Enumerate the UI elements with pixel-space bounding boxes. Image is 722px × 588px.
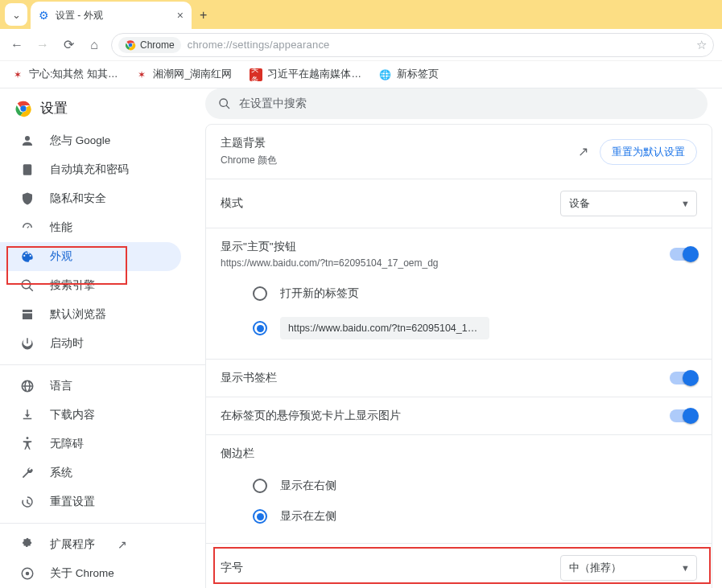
- close-icon[interactable]: ×: [177, 9, 184, 22]
- bookmark-favicon: 头条: [250, 68, 262, 81]
- row-theme[interactable]: 主题背景 Chrome 颜色 ↗ 重置为默认设置: [206, 125, 712, 179]
- home-radio-newtab[interactable]: 打开新的标签页: [253, 278, 697, 309]
- radio-unchecked-icon: [253, 479, 267, 493]
- bookmark-item[interactable]: 头条 习近平在越南媒体…: [250, 68, 361, 81]
- sidebar-item-autofill[interactable]: 自动填充和密码: [0, 155, 181, 184]
- bookmark-item[interactable]: ✶ 宁心:知其然 知其…: [11, 68, 118, 81]
- power-icon: [19, 336, 35, 351]
- site-chip: Chrome: [118, 37, 181, 53]
- chrome-outline-icon: [19, 566, 35, 581]
- bookmark-favicon: ✶: [135, 68, 148, 81]
- bookmark-star-icon[interactable]: ☆: [696, 38, 707, 52]
- sidebar-item-languages[interactable]: 语言: [0, 372, 181, 401]
- home-radio-newtab-label: 打开新的标签页: [280, 286, 359, 301]
- sidebar-item-reset[interactable]: 重置设置: [0, 487, 181, 516]
- site-chip-label: Chrome: [140, 39, 175, 51]
- home-button-options: 打开新的标签页 https://www.baidu.com/?tn=620951…: [206, 273, 712, 359]
- sidebar-item-label: 隐私和安全: [50, 191, 106, 206]
- row-mode: 模式 设备 ▼: [206, 179, 712, 228]
- sidebar-item-label: 无障碍: [50, 437, 84, 451]
- speedometer-icon: [19, 220, 35, 235]
- sidebar-item-label: 语言: [50, 379, 72, 393]
- browser-icon: [19, 307, 35, 322]
- sidepanel-left-label: 显示在左侧: [280, 509, 336, 524]
- sidebar-item-label: 自动填充和密码: [50, 162, 129, 177]
- row-sidepanel: 侧边栏: [206, 434, 712, 466]
- person-icon: [19, 134, 35, 148]
- sidebar-item-label: 搜索引擎: [50, 278, 95, 293]
- bookmark-item[interactable]: 🌐 新标签页: [379, 68, 439, 81]
- mode-dropdown[interactable]: 设备 ▼: [560, 191, 697, 216]
- settings-search[interactable]: 在设置中搜索: [205, 88, 708, 119]
- back-button[interactable]: ←: [8, 38, 26, 52]
- sidebar-item-label: 重置设置: [50, 495, 95, 509]
- new-tab-button[interactable]: +: [200, 8, 207, 23]
- chevron-down-icon: ▼: [681, 199, 690, 208]
- browser-toolbar: ← → ⟳ ⌂ Chrome chrome://settings/appeara…: [0, 29, 722, 61]
- extension-icon: [19, 537, 35, 552]
- svg-point-0: [129, 43, 133, 47]
- sidebar-item-label: 外观: [50, 249, 72, 264]
- sidebar-item-search-engine[interactable]: 搜索引擎: [0, 271, 181, 300]
- bookmark-label: 宁心:知其然 知其…: [29, 68, 118, 81]
- bookmark-bar-toggle[interactable]: [670, 372, 697, 384]
- clipboard-icon: [19, 162, 35, 177]
- open-in-new-icon[interactable]: ↗: [578, 144, 588, 159]
- sidebar-item-accessibility[interactable]: 无障碍: [0, 430, 181, 458]
- browser-tab[interactable]: ⚙ 设置 - 外观 ×: [31, 2, 192, 29]
- tab-title: 设置 - 外观: [56, 9, 103, 23]
- search-icon: [218, 97, 231, 110]
- sidebar-item-default-browser[interactable]: 默认浏览器: [0, 300, 181, 329]
- sidebar-item-label: 启动时: [50, 336, 84, 351]
- sidepanel-options: 显示在右侧 显示在左侧: [206, 466, 712, 543]
- sidebar-item-on-startup[interactable]: 启动时: [0, 329, 181, 358]
- mode-value: 设备: [569, 196, 590, 211]
- reset-theme-button[interactable]: 重置为默认设置: [600, 139, 697, 165]
- wrench-icon: [19, 466, 35, 480]
- search-icon: [19, 278, 35, 293]
- sidebar-item-system[interactable]: 系统: [0, 458, 181, 487]
- settings-content: 在设置中搜索 主题背景 Chrome 颜色 ↗ 重置为默认设置 模式 设备: [205, 88, 722, 588]
- fontsize-dropdown[interactable]: 中（推荐） ▼: [560, 555, 697, 581]
- sidebar-item-downloads[interactable]: 下载内容: [0, 401, 181, 430]
- open-in-new-icon: ↗: [118, 538, 127, 551]
- home-radio-custom-url[interactable]: https://www.baidu.com/?tn=62095104_17_oe…: [253, 309, 697, 347]
- bookmarks-bar: ✶ 宁心:知其然 知其… ✶ 湘潮网_湖南红网 头条 习近平在越南媒体… 🌐 新…: [0, 61, 722, 88]
- sidebar-item-you-and-google[interactable]: 您与 Google: [0, 126, 181, 155]
- home-button[interactable]: ⌂: [85, 38, 103, 52]
- bookmark-item[interactable]: ✶ 湘潮网_湖南红网: [135, 68, 232, 81]
- reload-button[interactable]: ⟳: [60, 37, 77, 52]
- sidebar-divider: [0, 364, 205, 365]
- sidebar-item-performance[interactable]: 性能: [0, 213, 181, 242]
- sidebar-item-appearance[interactable]: 外观: [0, 242, 181, 271]
- row-home-button: 显示"主页"按钮 https://www.baidu.com/?tn=62095…: [206, 228, 712, 273]
- sidebar-item-extensions[interactable]: 扩展程序 ↗: [0, 530, 181, 559]
- chevron-down-icon: ▼: [681, 563, 690, 573]
- sidebar-item-label: 下载内容: [50, 408, 95, 422]
- accessibility-icon: [19, 437, 35, 451]
- forward-button[interactable]: →: [34, 38, 52, 52]
- row-font-size: 字号 中（推荐） ▼: [206, 543, 712, 588]
- sidepanel-label: 侧边栏: [221, 446, 254, 461]
- sidebar-item-about[interactable]: 关于 Chrome: [0, 559, 181, 588]
- radio-checked-icon: [253, 321, 267, 335]
- omnibox-url: chrome://settings/appearance: [188, 39, 330, 51]
- omnibox[interactable]: Chrome chrome://settings/appearance ☆: [111, 33, 714, 57]
- sidebar-divider: [0, 523, 205, 524]
- restore-icon: [19, 495, 35, 509]
- sidebar-item-label: 默认浏览器: [50, 307, 106, 322]
- bookmark-favicon: ✶: [11, 68, 24, 81]
- row-bookmark-bar: 显示书签栏: [206, 359, 712, 397]
- radio-checked-icon: [253, 509, 267, 524]
- tab-search-dropdown[interactable]: ⌄: [5, 3, 27, 26]
- home-url-input[interactable]: https://www.baidu.com/?tn=62095104_17_oe…: [280, 317, 489, 339]
- sidebar-item-privacy[interactable]: 隐私和安全: [0, 184, 181, 213]
- sidepanel-radio-left[interactable]: 显示在左侧: [253, 501, 697, 532]
- home-button-toggle[interactable]: [670, 248, 697, 261]
- sidebar-item-label: 您与 Google: [50, 134, 110, 148]
- theme-title: 主题背景: [221, 136, 277, 150]
- hover-preview-toggle[interactable]: [670, 409, 697, 422]
- mode-label: 模式: [221, 196, 243, 211]
- settings-header: 设置: [0, 92, 205, 125]
- sidepanel-radio-right[interactable]: 显示在右侧: [253, 471, 697, 501]
